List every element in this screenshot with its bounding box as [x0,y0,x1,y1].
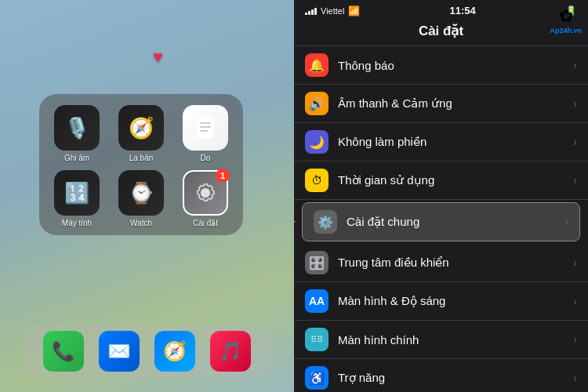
sounds-label: Âm thanh & Cảm ứng [338,96,573,111]
status-carrier: Viettel 📶 [305,5,360,16]
homescreen-icon: ⠿⠿ [305,328,328,351]
settings-item-screentime[interactable]: ⏱ Thời gian sử dụng › [294,162,588,200]
controlcenter-label: Trung tâm điều khiển [338,256,573,270]
settings-title: Cài đặt [294,18,588,46]
left-panel: ♥ 🎙️ Ghi âm 🧭 La bàn [0,0,294,392]
chevron-icon: › [573,97,577,110]
status-bar: Viettel 📶 11:54 🔋 [294,0,588,18]
dnd-icon: 🌙 [305,130,328,154]
status-time: 11:54 [450,5,476,16]
settings-item-display[interactable]: AA Màn hình & Độ sáng › [294,282,588,321]
signal-bar-4 [314,8,317,15]
app-label-watch: Watch [130,219,152,227]
general-label: Cài đặt chung [347,215,564,229]
screentime-icon: ⏱ [305,169,328,192]
red-arrow-icon: ➤ [294,212,296,232]
app-item-settings[interactable]: 1 Cài đặt [177,170,234,227]
chevron-icon: › [573,136,577,148]
watermark: ✿ Ap24h.vn [550,6,582,35]
app-label-compass: La bàn [129,154,154,162]
signal-bars-icon [305,7,317,15]
svg-rect-1 [200,122,211,124]
app-item-reminder[interactable]: Do [177,105,234,162]
homescreen-label: Màn hình chính [338,333,573,347]
watermark-flower-icon: ✿ [550,6,582,27]
settings-item-dnd[interactable]: 🌙 Không làm phiền › [294,123,588,162]
settings-item-notifications[interactable]: 🔔 Thông báo › [294,46,588,85]
settings-item-sounds[interactable]: 🔊 Âm thanh & Cảm ứng › [294,85,588,123]
app-item-recorder[interactable]: 🎙️ Ghi âm [49,105,105,162]
signal-bar-1 [305,13,307,15]
chevron-icon: › [573,372,577,384]
accessibility-label: Trợ năng [338,371,573,385]
chevron-icon: › [573,333,577,346]
app-item-compass[interactable]: 🧭 La bàn [113,105,169,162]
app-label-recorder: Ghi âm [64,154,89,162]
app-item-watch[interactable]: ⌚ Watch [113,170,169,227]
wifi-icon: 📶 [348,5,360,16]
app-icon-reminder [183,105,228,151]
settings-list: 🔔 Thông báo › 🔊 Âm thanh & Cảm ứng › 🌙 K… [294,46,588,392]
signal-bar-3 [311,9,314,15]
settings-item-general[interactable]: ⚙️ Cài đặt chung › [302,202,580,241]
dnd-label: Không làm phiền [338,135,573,149]
carrier-name: Viettel [321,6,344,16]
settings-badge: 1 [216,169,230,183]
dock-icon-phone[interactable]: 📞 [43,331,84,372]
svg-rect-2 [200,126,211,128]
right-panel: ✿ Ap24h.vn Viettel 📶 11:54 🔋 Cài đặt 🔔 T… [294,0,588,392]
app-icon-compass: 🧭 [118,105,164,151]
chevron-icon: › [573,59,577,71]
heart-icon: ♥ [153,47,163,67]
chevron-icon: › [564,216,568,228]
app-folder: 🎙️ Ghi âm 🧭 La bàn Do [39,94,243,235]
display-label: Màn hình & Độ sáng [338,294,573,308]
chevron-icon: › [573,174,577,187]
general-icon: ⚙️ [314,210,337,234]
folder-grid: 🎙️ Ghi âm 🧭 La bàn Do [49,105,234,227]
app-icon-settings: 1 [183,170,228,216]
app-label-settings: Cài đặt [193,219,218,227]
svg-rect-3 [200,130,208,132]
app-item-calculator[interactable]: 🔢 Máy tính [49,170,105,227]
dock-icon-music[interactable]: 🎵 [210,331,251,372]
settings-item-controlcenter[interactable]: 🎛️ Trung tâm điều khiển › [294,244,588,282]
app-icon-calculator: 🔢 [54,170,100,216]
controlcenter-icon: 🎛️ [305,251,328,274]
notifications-icon: 🔔 [305,53,328,77]
app-icon-recorder: 🎙️ [54,105,100,151]
display-icon: AA [305,289,328,313]
notifications-label: Thông báo [338,59,573,72]
sounds-icon: 🔊 [305,92,328,115]
settings-item-homescreen[interactable]: ⠿⠿ Màn hình chính › [294,321,588,359]
dock: 📞 ✉️ 🧭 🎵 [24,325,270,378]
accessibility-icon: ♿ [305,366,328,390]
dock-icon-mail[interactable]: ✉️ [99,331,140,372]
dock-icon-safari[interactable]: 🧭 [154,331,195,372]
app-label-calculator: Máy tính [62,219,92,227]
settings-item-general-wrapper: ➤ ⚙️ Cài đặt chung › [299,202,583,241]
app-icon-watch: ⌚ [118,170,164,216]
signal-bar-2 [308,11,310,15]
app-label-reminder: Do [201,154,211,162]
watermark-label: Ap24h.vn [550,27,582,35]
chevron-icon: › [573,295,577,307]
chevron-icon: › [573,256,577,269]
settings-item-accessibility[interactable]: ♿ Trợ năng › [294,359,588,392]
screentime-label: Thời gian sử dụng [338,173,573,187]
